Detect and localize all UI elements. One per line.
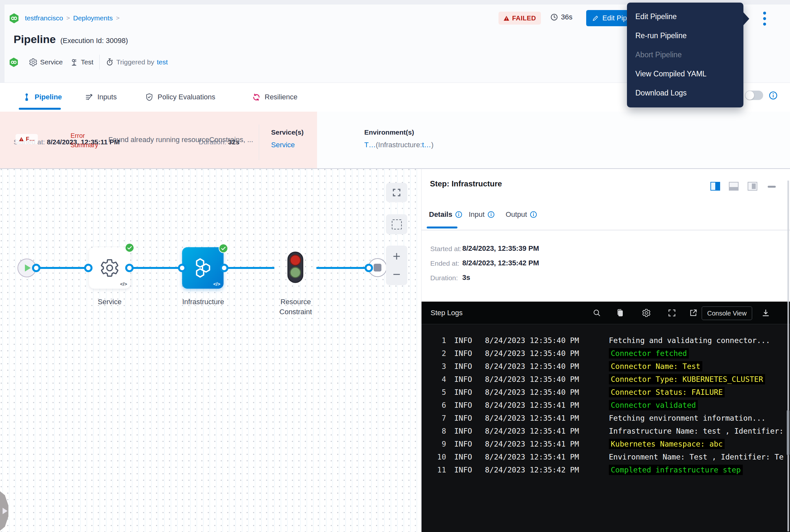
menu-item-edit-pipeline[interactable]: Edit Pipeline xyxy=(627,7,744,26)
zoom-out-icon[interactable] xyxy=(392,269,402,279)
elapsed-value: 36s xyxy=(561,13,572,21)
tab-label: Output xyxy=(506,210,527,219)
tab-output[interactable]: Output xyxy=(506,210,537,219)
infrastructure-link[interactable]: t… xyxy=(422,141,431,149)
pipeline-meta-row: Service Test Triggered by test xyxy=(9,56,168,68)
harness-logo-icon xyxy=(9,13,19,24)
tab-input[interactable]: Input xyxy=(469,210,495,219)
layout-right-panel-button[interactable] xyxy=(710,182,720,191)
connector-port xyxy=(84,264,93,272)
tab-label: Inputs xyxy=(97,93,117,101)
more-options-icon[interactable] xyxy=(759,11,769,26)
menu-item-abort-pipeline: Abort Pipeline xyxy=(627,45,744,64)
connector-line xyxy=(316,267,369,269)
step-details-panel: Step: Infrastructure Details Input Outpu… xyxy=(421,168,790,532)
zoom-controls[interactable] xyxy=(386,246,407,285)
node-infrastructure[interactable]: </> xyxy=(182,247,224,289)
info-icon[interactable] xyxy=(769,91,777,100)
pipeline-canvas[interactable]: </> </> Service xyxy=(0,168,421,532)
active-tab-underline xyxy=(427,227,458,228)
zoom-in-icon[interactable] xyxy=(392,251,402,261)
console-view-button[interactable]: Console View xyxy=(702,306,752,320)
test-stand-icon xyxy=(70,58,78,66)
tab-label: Policy Evaluations xyxy=(157,93,215,101)
environment-paren: ) xyxy=(431,141,433,149)
log-line: 4INFO8/24/2023 12:35:40 PMConnector Type… xyxy=(422,373,790,386)
gear-icon[interactable] xyxy=(642,308,651,318)
connector-line xyxy=(129,267,182,269)
inputs-icon xyxy=(85,93,94,101)
stopwatch-icon xyxy=(105,58,114,66)
fullscreen-icon[interactable] xyxy=(668,308,676,318)
log-line: 11INFO8/24/2023 12:35:42 PMCompleted inf… xyxy=(422,463,790,476)
info-icon[interactable] xyxy=(455,211,462,218)
tab-policy-evaluations[interactable]: Policy Evaluations xyxy=(145,83,215,111)
resilience-icon xyxy=(252,93,261,101)
gear-icon xyxy=(29,58,38,66)
triggered-by-user-link[interactable]: test xyxy=(157,58,168,66)
copy-icon[interactable] xyxy=(616,308,625,318)
pipeline-actions-menu: Edit Pipeline Re-run Pipeline Abort Pipe… xyxy=(627,3,744,108)
connector-line xyxy=(36,267,88,269)
traffic-light-icon xyxy=(287,251,304,283)
log-line: 1INFO8/24/2023 12:35:40 PMFetching and v… xyxy=(422,334,790,347)
minimize-panel-button[interactable] xyxy=(768,186,776,188)
hexagons-icon xyxy=(192,258,213,278)
environment-value[interactable]: T…(Infrastructure:t…) xyxy=(364,141,433,149)
tab-inputs[interactable]: Inputs xyxy=(85,83,117,111)
pipeline-icon xyxy=(23,93,31,101)
step-logs-header: Step Logs Console View xyxy=(422,302,790,324)
status-text: FAILED xyxy=(512,15,536,22)
panel-scrollbar-track[interactable] xyxy=(787,180,789,531)
breadcrumb-deployments-link[interactable]: Deployments xyxy=(73,14,113,22)
page-title: Pipeline xyxy=(14,33,56,45)
log-line: 2INFO8/24/2023 12:35:40 PMConnector fetc… xyxy=(422,347,790,360)
menu-item-view-compiled-yaml[interactable]: View Compiled YAML xyxy=(627,64,744,83)
search-icon[interactable] xyxy=(592,308,601,318)
play-icon xyxy=(25,264,31,271)
tab-label: Details xyxy=(429,210,452,219)
debug-toggle[interactable] xyxy=(745,91,763,100)
tab-label: Pipeline xyxy=(35,93,62,101)
environment-link[interactable]: T… xyxy=(364,141,375,149)
multi-select-button[interactable] xyxy=(386,214,407,234)
stop-icon xyxy=(374,264,381,271)
warning-icon xyxy=(503,16,509,21)
tab-pipeline[interactable]: Pipeline xyxy=(23,83,62,111)
error-summary-label: ErrorSummary xyxy=(71,131,98,150)
fit-to-screen-button[interactable] xyxy=(386,183,407,202)
breadcrumb: testfrancisco > Deployments > xyxy=(9,13,120,23)
layout-bottom-panel-button[interactable] xyxy=(729,182,738,191)
menu-item-rerun-pipeline[interactable]: Re-run Pipeline xyxy=(627,26,744,45)
info-icon[interactable] xyxy=(530,211,537,218)
gear-icon xyxy=(100,258,120,278)
error-summary-message: Found already running resourceConstrains… xyxy=(108,136,315,144)
detail-started-label: Started at: xyxy=(430,245,462,253)
panel-scrollbar-thumb[interactable] xyxy=(787,410,789,455)
shield-check-icon xyxy=(145,93,154,101)
breadcrumb-separator: > xyxy=(116,15,120,22)
download-icon[interactable] xyxy=(761,308,770,318)
node-service[interactable]: </> xyxy=(89,247,130,289)
tab-details[interactable]: Details xyxy=(429,210,462,219)
fullscreen-icon xyxy=(392,188,402,197)
node-resource-constraint[interactable] xyxy=(287,251,304,283)
connector-port xyxy=(220,264,228,272)
title-row: Pipeline (Execution Id: 30098) xyxy=(14,33,128,45)
step-logs-title: Step Logs xyxy=(430,309,463,317)
breadcrumb-project-link[interactable]: testfrancisco xyxy=(25,14,63,22)
stage-summary-bar: deploy Started at: 8/24/2023, 12:35:11 P… xyxy=(0,112,790,168)
tab-resilience[interactable]: Resilience xyxy=(252,83,297,111)
marquee-icon xyxy=(392,220,402,229)
info-icon[interactable] xyxy=(487,211,495,218)
open-in-new-icon[interactable] xyxy=(689,308,698,318)
detail-duration-label: Duration: xyxy=(430,274,458,282)
connector-port xyxy=(178,264,186,272)
divider xyxy=(422,230,790,230)
step-logs-console[interactable]: 1INFO8/24/2023 12:35:40 PMFetching and v… xyxy=(422,324,790,532)
services-label: Service(s) xyxy=(271,129,304,136)
layout-floating-panel-button[interactable] xyxy=(748,182,757,191)
active-tab-underline xyxy=(19,108,61,110)
warning-icon xyxy=(19,137,24,141)
menu-item-download-logs[interactable]: Download Logs xyxy=(627,83,744,102)
